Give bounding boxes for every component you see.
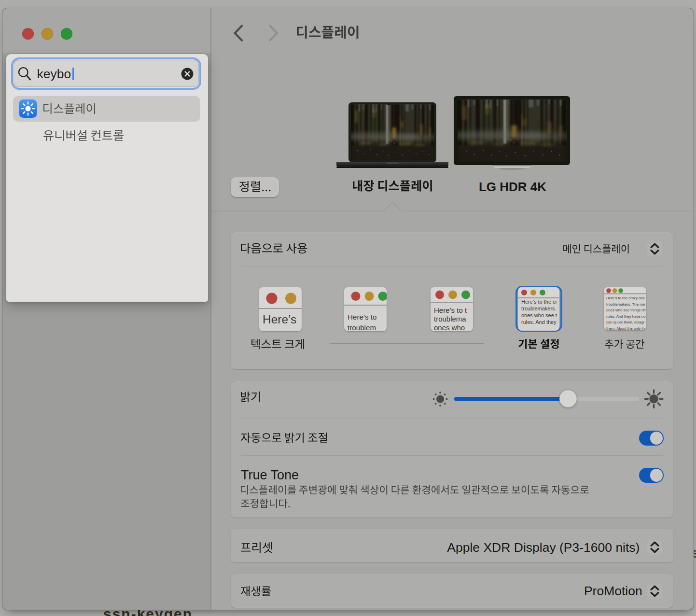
svg-text:troublema: troublema: [434, 315, 466, 323]
svg-text:Here’s to the cr: Here’s to the cr: [521, 299, 557, 305]
svg-text:ones who see t: ones who see t: [521, 312, 557, 318]
svg-text:Here’s to: Here’s to: [348, 313, 377, 321]
svg-text:Here’s to the crazy one: Here’s to the crazy one: [606, 296, 645, 300]
svg-text:Here’s to t: Here’s to t: [434, 306, 467, 314]
svg-text:troublem: troublem: [348, 323, 376, 331]
svg-text:troublemakers. The rou: troublemakers. The rou: [606, 302, 645, 307]
svg-text:can quote them, disagr: can quote them, disagr: [606, 320, 645, 324]
svg-text:Here’s: Here’s: [263, 313, 296, 326]
svg-text:ones who: ones who: [434, 323, 465, 331]
svg-text:ones who see things dif: ones who see things dif: [606, 308, 646, 312]
svg-text:rules. And they: rules. And they: [521, 319, 557, 325]
svg-text:them. About the only th: them. About the only th: [606, 326, 645, 330]
svg-text:rules. And they have no: rules. And they have no: [606, 314, 646, 319]
svg-text:troublemakers.: troublemakers.: [521, 306, 557, 311]
